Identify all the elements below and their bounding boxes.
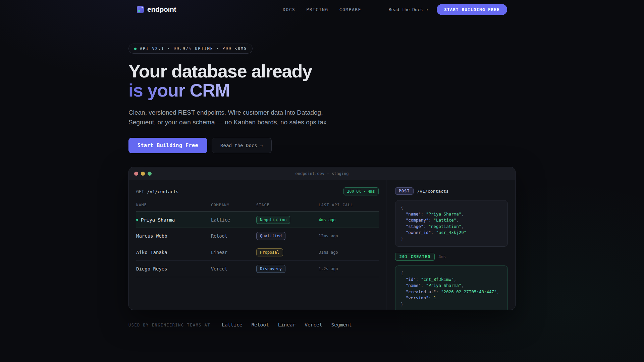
last-api-call-cell: 12ms ago	[319, 234, 379, 238]
app-window-mockup: endpoint.dev — staging GET /v1/contacts …	[128, 167, 516, 310]
code-line: "owner_id": "usr_4xkj29"	[401, 230, 502, 236]
http-method-get: GET	[136, 189, 144, 194]
code-line: }	[401, 236, 502, 242]
stage-badge: Proposal	[256, 248, 283, 256]
column-header: LAST API CALL	[319, 203, 379, 207]
social-proof-footer: USED BY ENGINEERING TEAMS AT LatticeReto…	[128, 322, 516, 327]
post-request-panel: POST /v1/contacts { "name": "Priya Sharm…	[386, 180, 515, 310]
code-line: "company": "Lattice",	[401, 217, 502, 224]
code-line: "name": "Priya Sharma",	[401, 211, 502, 218]
footer-companies: LatticeRetoolLinearVercelSegment	[222, 322, 352, 327]
hero-title: Your database already is your CRM	[128, 62, 516, 100]
brand[interactable]: endpoint	[137, 5, 176, 13]
stage-cell: Qualified	[256, 232, 319, 240]
footer-company-vercel[interactable]: Vercel	[305, 322, 322, 327]
footer-company-segment[interactable]: Segment	[331, 322, 352, 327]
code-line: "id": "cnt_8f3k1mw",	[401, 277, 502, 283]
nav-links: DOCSPRICINGCOMPARE	[283, 7, 361, 12]
start-building-free-nav-button[interactable]: START BUILDING FREE	[437, 4, 507, 15]
get-request-panel: GET /v1/contacts 200 OK · 4ms NAMECOMPAN…	[129, 180, 386, 310]
window-minimize-button[interactable]	[141, 172, 145, 176]
hero-section: API V2.1 · 99.97% UPTIME · P99 <8MS Your…	[128, 44, 516, 153]
stage-badge: Discovery	[256, 265, 285, 273]
column-header: STAGE	[256, 203, 319, 207]
status-201-badge: 201 CREATED	[395, 253, 435, 261]
table-row[interactable]: Marcus WebbRetoolQualified12ms ago	[136, 228, 379, 244]
contact-name: Marcus Webb	[136, 233, 167, 239]
response-latency: 4ms	[438, 254, 446, 259]
read-docs-button[interactable]: Read the Docs →	[212, 138, 271, 153]
contact-name-cell: Priya Sharma	[136, 217, 211, 223]
read-docs-link[interactable]: Read the Docs →	[389, 7, 428, 12]
status-200-badge: 200 OK · 4ms	[343, 187, 379, 195]
last-api-call-cell: 4ms ago	[319, 218, 379, 222]
window-titlebar: endpoint.dev — staging	[129, 167, 515, 180]
nav-link-docs[interactable]: DOCS	[283, 7, 295, 12]
hero-title-line2: is your CRM	[128, 80, 230, 100]
window-title: endpoint.dev — staging	[296, 171, 349, 176]
stage-cell: Proposal	[256, 248, 319, 256]
column-header: NAME	[136, 203, 211, 207]
table-row[interactable]: Diego ReyesVercelDiscovery1.2s ago	[136, 261, 379, 277]
request-body-code: { "name": "Priya Sharma", "company": "La…	[395, 200, 508, 247]
last-api-call-cell: 31ms ago	[319, 250, 379, 255]
active-indicator-dot	[136, 219, 138, 221]
get-request-path: /v1/contacts	[147, 189, 178, 194]
footer-company-linear[interactable]: Linear	[278, 322, 296, 327]
green-live-dot	[134, 48, 137, 50]
footer-company-retool[interactable]: Retool	[251, 322, 269, 327]
code-line: {	[401, 270, 502, 277]
start-building-free-button[interactable]: Start Building Free	[128, 138, 207, 153]
company-cell: Retool	[211, 233, 256, 239]
contact-name: Priya Sharma	[141, 217, 175, 223]
last-api-call-cell: 1.2s ago	[319, 266, 379, 271]
brand-name: endpoint	[147, 5, 176, 13]
company-cell: Linear	[211, 250, 256, 255]
column-header: COMPANY	[211, 203, 256, 207]
table-row[interactable]: Priya SharmaLatticeNegotiation4ms ago	[136, 212, 379, 228]
window-zoom-button[interactable]	[148, 172, 152, 176]
contact-name-cell: Aiko Tanaka	[136, 250, 211, 255]
code-line: }	[401, 301, 502, 308]
footer-label: USED BY ENGINEERING TEAMS AT	[128, 323, 210, 327]
stage-badge: Negotiation	[256, 216, 290, 224]
post-request-path: /v1/contacts	[417, 189, 449, 194]
stage-cell: Negotiation	[256, 216, 319, 224]
code-line: {	[401, 205, 502, 211]
hero-subtitle: Clean, versioned REST endpoints. Wire cu…	[128, 108, 516, 127]
stage-badge: Qualified	[256, 232, 285, 240]
hero-subtitle-line2: Segment, or your own schema — no Kanban …	[128, 119, 328, 126]
code-line: "version": 1	[401, 295, 502, 301]
contacts-table: Priya SharmaLatticeNegotiation4ms agoMar…	[136, 212, 379, 277]
nav-link-pricing[interactable]: PRICING	[306, 7, 328, 12]
nav-link-compare[interactable]: COMPARE	[339, 7, 361, 12]
code-line: "created_at": "2026-02-27T05:48:44Z",	[401, 289, 502, 295]
code-line: "name": "Priya Sharma",	[401, 283, 502, 289]
code-line: "stage": "negotiation",	[401, 224, 502, 230]
company-cell: Lattice	[211, 217, 256, 223]
http-method-post-badge: POST	[395, 187, 414, 195]
stage-cell: Discovery	[256, 265, 319, 273]
window-close-button[interactable]	[134, 172, 138, 176]
response-body-code: { "id": "cnt_8f3k1mw", "name": "Priya Sh…	[395, 265, 508, 310]
company-cell: Vercel	[211, 266, 256, 272]
endpoint-logo-icon	[137, 6, 144, 13]
hero-title-line1: Your database already	[128, 61, 312, 81]
hero-subtitle-line1: Clean, versioned REST endpoints. Wire cu…	[128, 109, 323, 116]
top-nav: endpoint DOCSPRICINGCOMPARE Read the Doc…	[0, 0, 644, 19]
uptime-badge: API V2.1 · 99.97% UPTIME · P99 <8MS	[128, 44, 253, 54]
contact-name: Diego Reyes	[136, 266, 167, 272]
footer-company-lattice[interactable]: Lattice	[222, 322, 242, 327]
table-row[interactable]: Aiko TanakaLinearProposal31ms ago	[136, 244, 379, 261]
contact-name-cell: Diego Reyes	[136, 266, 211, 272]
contacts-table-header: NAMECOMPANYSTAGELAST API CALL	[136, 203, 379, 212]
contact-name: Aiko Tanaka	[136, 250, 167, 255]
contact-name-cell: Marcus Webb	[136, 233, 211, 239]
uptime-badge-text: API V2.1 · 99.97% UPTIME · P99 <8MS	[140, 46, 247, 51]
